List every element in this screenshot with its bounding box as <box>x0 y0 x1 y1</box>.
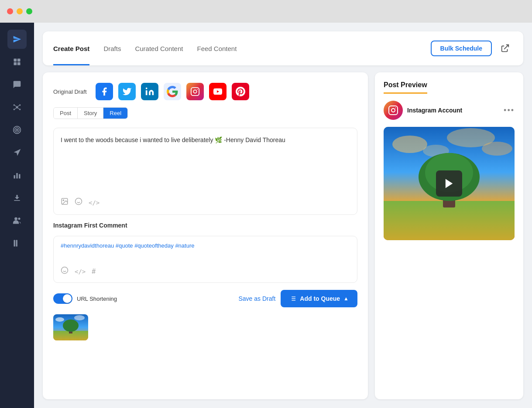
preview-account-row: Instagram Account ••• <box>384 101 515 120</box>
export-button[interactable] <box>497 41 513 56</box>
sidebar-item-library[interactable] <box>7 234 27 253</box>
preview-account-info: Instagram Account <box>384 101 462 120</box>
svg-point-48 <box>63 320 79 332</box>
svg-point-6 <box>19 104 21 105</box>
post-text: I went to the woods because i wanted to … <box>61 135 350 192</box>
svg-marker-63 <box>446 179 453 188</box>
sidebar-item-dashboard[interactable] <box>7 52 27 71</box>
social-icons-row: Original Draft <box>53 83 357 100</box>
tab-drafts[interactable]: Drafts <box>103 31 121 65</box>
toggle-thumb <box>63 294 72 303</box>
sidebar-item-campaigns[interactable] <box>7 143 27 162</box>
svg-point-49 <box>55 317 64 322</box>
comment-hashtag-icon[interactable]: # <box>92 268 96 275</box>
svg-point-33 <box>76 198 82 205</box>
post-type-tabs: Post Story Reel <box>53 107 357 121</box>
comment-textarea-wrapper[interactable]: #hennrydavidthoreau #quote #quoteoftheda… <box>53 236 357 283</box>
tab-create-post[interactable]: Create Post <box>53 31 89 65</box>
sidebar-item-target[interactable] <box>7 120 27 139</box>
youtube-icon[interactable] <box>209 83 227 100</box>
tab-curated-content[interactable]: Curated Content <box>135 31 183 65</box>
facebook-icon[interactable] <box>96 83 113 100</box>
instagram-icon[interactable] <box>186 83 204 100</box>
svg-line-11 <box>15 108 16 109</box>
bulk-schedule-button[interactable]: Bulk Schedule <box>431 41 492 56</box>
thumbnail-image <box>53 314 88 340</box>
svg-point-32 <box>63 200 64 201</box>
preview-title: Post Preview <box>384 81 427 94</box>
svg-rect-2 <box>14 62 17 65</box>
svg-point-7 <box>14 109 15 110</box>
sidebar-item-network[interactable] <box>7 98 27 117</box>
tab-story[interactable]: Story <box>78 108 103 119</box>
code-icon[interactable]: </> <box>89 199 100 206</box>
comment-text: #hennrydavidthoreau #quote #quoteoftheda… <box>61 242 350 249</box>
create-post-card: Original Draft <box>43 72 368 399</box>
svg-rect-22 <box>14 240 15 247</box>
svg-rect-3 <box>17 62 21 65</box>
svg-rect-1 <box>17 59 21 62</box>
add-to-queue-button[interactable]: Add to Queue ▲ <box>281 290 357 307</box>
linkedin-icon[interactable] <box>141 83 158 100</box>
action-buttons: Save as Draft Add to Queue ▲ <box>239 290 358 307</box>
svg-point-20 <box>14 218 17 221</box>
svg-rect-25 <box>145 90 147 95</box>
svg-point-53 <box>395 108 396 109</box>
url-shortening-row: URL Shortening <box>53 293 117 304</box>
svg-rect-23 <box>16 240 17 247</box>
svg-rect-0 <box>14 59 17 62</box>
svg-point-26 <box>145 88 147 89</box>
tabs-nav: Create Post Drafts Curated Content Feed … <box>53 31 237 65</box>
preview-card: Post Preview Instagram Account <box>375 72 523 399</box>
image-upload-icon[interactable] <box>61 197 69 207</box>
pinterest-icon[interactable] <box>232 83 249 100</box>
sidebar-item-download[interactable] <box>7 188 27 207</box>
comment-code-icon[interactable]: </> <box>75 268 86 275</box>
tab-reel[interactable]: Reel <box>103 108 127 119</box>
google-icon[interactable] <box>164 83 181 100</box>
tab-feed-content[interactable]: Feed Content <box>197 31 237 65</box>
first-comment-label: Instagram First Comment <box>53 222 357 229</box>
svg-rect-16 <box>14 175 15 179</box>
svg-point-28 <box>193 90 196 93</box>
video-preview <box>384 127 515 240</box>
url-shortening-toggle[interactable] <box>53 293 72 304</box>
svg-line-10 <box>18 105 19 107</box>
close-button[interactable] <box>7 8 13 14</box>
svg-point-8 <box>19 109 21 110</box>
svg-point-5 <box>14 104 15 105</box>
play-button[interactable] <box>436 170 462 197</box>
maximize-button[interactable] <box>26 8 32 14</box>
sidebar-item-send[interactable] <box>7 30 27 49</box>
svg-rect-27 <box>191 88 199 95</box>
svg-line-12 <box>18 108 19 109</box>
emoji-icon[interactable] <box>75 197 82 207</box>
svg-point-52 <box>391 109 395 112</box>
main-content: Create Post Drafts Curated Content Feed … <box>34 23 532 408</box>
app-shell: Create Post Drafts Curated Content Feed … <box>0 23 532 408</box>
svg-point-29 <box>197 89 198 90</box>
post-textarea-wrapper[interactable]: I went to the woods because i wanted to … <box>53 128 357 215</box>
save-draft-button[interactable]: Save as Draft <box>239 295 276 302</box>
video-overlay <box>384 127 515 240</box>
thumbnail-preview <box>53 314 357 340</box>
tab-post[interactable]: Post <box>54 108 78 119</box>
url-shortening-label: URL Shortening <box>77 296 117 302</box>
original-draft-label: Original Draft <box>53 88 87 95</box>
svg-point-21 <box>18 218 21 220</box>
add-queue-chevron: ▲ <box>343 296 349 302</box>
sidebar-item-analytics[interactable] <box>7 166 27 185</box>
minimize-button[interactable] <box>17 8 23 14</box>
svg-rect-18 <box>19 174 20 179</box>
instagram-avatar <box>384 101 403 120</box>
svg-line-9 <box>15 105 16 107</box>
sidebar-item-chat[interactable] <box>7 75 27 94</box>
twitter-icon[interactable] <box>118 83 136 100</box>
comment-emoji-icon[interactable] <box>61 266 69 276</box>
svg-point-14 <box>15 128 19 132</box>
sidebar <box>0 23 34 408</box>
comment-icons: </> # <box>61 266 350 276</box>
sidebar-item-users[interactable] <box>7 211 27 230</box>
tabs-actions: Bulk Schedule <box>431 41 513 56</box>
more-options-button[interactable]: ••• <box>504 106 515 115</box>
